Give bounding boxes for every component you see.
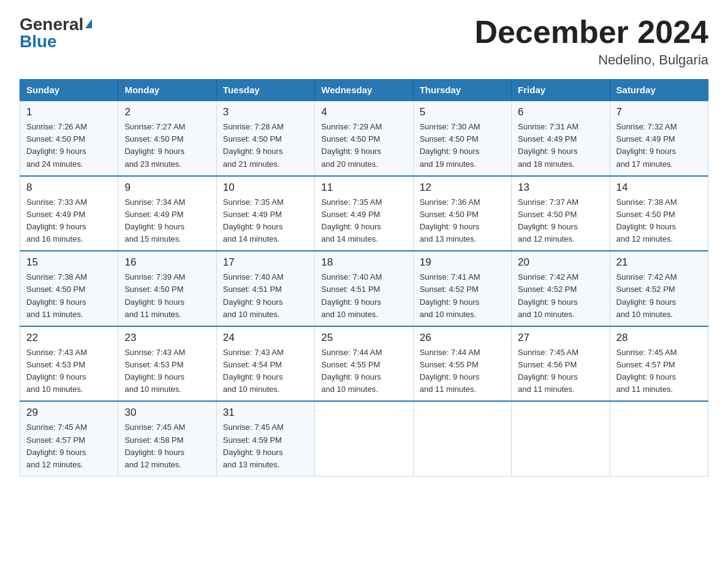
calendar-cell: 21Sunrise: 7:42 AMSunset: 4:52 PMDayligh…	[610, 251, 708, 326]
calendar-cell: 7Sunrise: 7:32 AMSunset: 4:49 PMDaylight…	[610, 101, 708, 176]
day-info: Sunrise: 7:44 AMSunset: 4:55 PMDaylight:…	[420, 348, 480, 394]
calendar-cell: 25Sunrise: 7:44 AMSunset: 4:55 PMDayligh…	[315, 326, 413, 402]
calendar-cell: 14Sunrise: 7:38 AMSunset: 4:50 PMDayligh…	[610, 176, 708, 251]
day-info: Sunrise: 7:42 AMSunset: 4:52 PMDaylight:…	[616, 272, 677, 318]
calendar-cell	[610, 401, 708, 476]
calendar-cell: 11Sunrise: 7:35 AMSunset: 4:49 PMDayligh…	[315, 176, 413, 251]
day-number: 1	[26, 106, 112, 118]
col-saturday: Saturday	[610, 80, 708, 101]
day-info: Sunrise: 7:35 AMSunset: 4:49 PMDaylight:…	[223, 197, 284, 243]
day-info: Sunrise: 7:40 AMSunset: 4:51 PMDaylight:…	[321, 272, 382, 318]
day-number: 9	[124, 182, 210, 194]
calendar-week-row: 8Sunrise: 7:33 AMSunset: 4:49 PMDaylight…	[20, 176, 708, 251]
calendar-cell: 28Sunrise: 7:45 AMSunset: 4:57 PMDayligh…	[610, 326, 708, 402]
calendar-cell: 6Sunrise: 7:31 AMSunset: 4:49 PMDaylight…	[512, 101, 610, 176]
calendar-cell: 15Sunrise: 7:38 AMSunset: 4:50 PMDayligh…	[20, 251, 118, 326]
day-info: Sunrise: 7:44 AMSunset: 4:55 PMDaylight:…	[321, 348, 382, 394]
calendar-cell: 31Sunrise: 7:45 AMSunset: 4:59 PMDayligh…	[216, 401, 314, 476]
calendar-header: Sunday Monday Tuesday Wednesday Thursday…	[20, 80, 708, 101]
day-number: 30	[124, 407, 210, 419]
calendar-cell: 2Sunrise: 7:27 AMSunset: 4:50 PMDaylight…	[118, 101, 216, 176]
day-number: 22	[26, 332, 112, 344]
day-number: 5	[420, 106, 505, 118]
calendar-cell	[512, 401, 610, 476]
col-friday: Friday	[512, 80, 610, 101]
logo: General Blue	[20, 15, 92, 52]
calendar-cell	[413, 401, 511, 476]
day-info: Sunrise: 7:45 AMSunset: 4:58 PMDaylight:…	[124, 423, 185, 469]
day-number: 2	[124, 106, 210, 118]
calendar-cell: 20Sunrise: 7:42 AMSunset: 4:52 PMDayligh…	[512, 251, 610, 326]
calendar-cell: 30Sunrise: 7:45 AMSunset: 4:58 PMDayligh…	[118, 401, 216, 476]
day-info: Sunrise: 7:38 AMSunset: 4:50 PMDaylight:…	[616, 197, 677, 243]
col-thursday: Thursday	[413, 80, 511, 101]
day-info: Sunrise: 7:34 AMSunset: 4:49 PMDaylight:…	[124, 197, 185, 243]
calendar-table: Sunday Monday Tuesday Wednesday Thursday…	[20, 79, 708, 477]
day-info: Sunrise: 7:33 AMSunset: 4:49 PMDaylight:…	[26, 197, 87, 243]
calendar-cell: 8Sunrise: 7:33 AMSunset: 4:49 PMDaylight…	[20, 176, 118, 251]
day-info: Sunrise: 7:30 AMSunset: 4:50 PMDaylight:…	[420, 122, 480, 168]
day-number: 11	[321, 182, 406, 194]
calendar-week-row: 1Sunrise: 7:26 AMSunset: 4:50 PMDaylight…	[20, 101, 708, 176]
header-row: Sunday Monday Tuesday Wednesday Thursday…	[20, 80, 708, 101]
day-number: 20	[518, 256, 603, 269]
day-info: Sunrise: 7:27 AMSunset: 4:50 PMDaylight:…	[124, 122, 185, 168]
title-block: December 2024 Nedelino, Bulgaria	[474, 15, 708, 68]
day-info: Sunrise: 7:28 AMSunset: 4:50 PMDaylight:…	[223, 122, 284, 168]
day-info: Sunrise: 7:43 AMSunset: 4:53 PMDaylight:…	[26, 348, 87, 394]
day-info: Sunrise: 7:40 AMSunset: 4:51 PMDaylight:…	[223, 272, 284, 318]
day-number: 28	[616, 332, 702, 344]
day-info: Sunrise: 7:29 AMSunset: 4:50 PMDaylight:…	[321, 122, 382, 168]
page-header: General Blue December 2024 Nedelino, Bul…	[20, 15, 708, 68]
calendar-cell: 13Sunrise: 7:37 AMSunset: 4:50 PMDayligh…	[512, 176, 610, 251]
day-number: 29	[26, 407, 112, 419]
day-number: 26	[420, 332, 505, 344]
logo-arrow-icon	[85, 19, 92, 28]
month-title: December 2024	[474, 15, 708, 50]
day-number: 12	[420, 182, 505, 194]
col-sunday: Sunday	[20, 80, 118, 101]
logo-blue-text: Blue	[20, 32, 57, 52]
day-info: Sunrise: 7:43 AMSunset: 4:54 PMDaylight:…	[223, 348, 284, 394]
calendar-cell: 29Sunrise: 7:45 AMSunset: 4:57 PMDayligh…	[20, 401, 118, 476]
day-info: Sunrise: 7:38 AMSunset: 4:50 PMDaylight:…	[26, 272, 87, 318]
day-info: Sunrise: 7:45 AMSunset: 4:57 PMDaylight:…	[26, 423, 87, 469]
day-number: 15	[26, 256, 112, 269]
calendar-cell: 27Sunrise: 7:45 AMSunset: 4:56 PMDayligh…	[512, 326, 610, 402]
day-info: Sunrise: 7:31 AMSunset: 4:49 PMDaylight:…	[518, 122, 578, 168]
calendar-cell: 4Sunrise: 7:29 AMSunset: 4:50 PMDaylight…	[315, 101, 413, 176]
calendar-cell: 16Sunrise: 7:39 AMSunset: 4:50 PMDayligh…	[118, 251, 216, 326]
calendar-cell: 24Sunrise: 7:43 AMSunset: 4:54 PMDayligh…	[216, 326, 314, 402]
day-number: 24	[223, 332, 308, 344]
day-number: 27	[518, 332, 603, 344]
day-number: 19	[420, 256, 505, 269]
day-number: 18	[321, 256, 406, 269]
day-info: Sunrise: 7:42 AMSunset: 4:52 PMDaylight:…	[518, 272, 578, 318]
day-info: Sunrise: 7:45 AMSunset: 4:56 PMDaylight:…	[518, 348, 578, 394]
calendar-cell: 17Sunrise: 7:40 AMSunset: 4:51 PMDayligh…	[216, 251, 314, 326]
day-number: 4	[321, 106, 406, 118]
day-number: 31	[223, 407, 308, 419]
day-info: Sunrise: 7:45 AMSunset: 4:59 PMDaylight:…	[223, 423, 284, 469]
day-number: 14	[616, 182, 702, 194]
day-number: 6	[518, 106, 603, 118]
calendar-cell: 5Sunrise: 7:30 AMSunset: 4:50 PMDaylight…	[413, 101, 511, 176]
day-info: Sunrise: 7:32 AMSunset: 4:49 PMDaylight:…	[616, 122, 677, 168]
day-number: 3	[223, 106, 308, 118]
day-number: 7	[616, 106, 702, 118]
calendar-cell: 9Sunrise: 7:34 AMSunset: 4:49 PMDaylight…	[118, 176, 216, 251]
day-info: Sunrise: 7:37 AMSunset: 4:50 PMDaylight:…	[518, 197, 578, 243]
calendar-week-row: 22Sunrise: 7:43 AMSunset: 4:53 PMDayligh…	[20, 326, 708, 402]
day-number: 13	[518, 182, 603, 194]
day-number: 10	[223, 182, 308, 194]
calendar-cell	[315, 401, 413, 476]
calendar-cell: 19Sunrise: 7:41 AMSunset: 4:52 PMDayligh…	[413, 251, 511, 326]
col-wednesday: Wednesday	[315, 80, 413, 101]
calendar-cell: 18Sunrise: 7:40 AMSunset: 4:51 PMDayligh…	[315, 251, 413, 326]
day-info: Sunrise: 7:43 AMSunset: 4:53 PMDaylight:…	[124, 348, 185, 394]
col-tuesday: Tuesday	[216, 80, 314, 101]
calendar-week-row: 15Sunrise: 7:38 AMSunset: 4:50 PMDayligh…	[20, 251, 708, 326]
day-info: Sunrise: 7:35 AMSunset: 4:49 PMDaylight:…	[321, 197, 382, 243]
calendar-cell: 12Sunrise: 7:36 AMSunset: 4:50 PMDayligh…	[413, 176, 511, 251]
calendar-cell: 22Sunrise: 7:43 AMSunset: 4:53 PMDayligh…	[20, 326, 118, 402]
